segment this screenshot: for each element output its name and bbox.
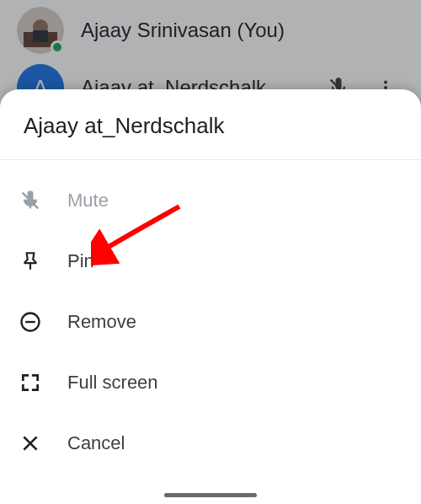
menu-item-label: Full screen: [67, 372, 158, 394]
close-icon: [19, 432, 42, 455]
pin-icon: [19, 249, 42, 273]
menu-item-pin[interactable]: Pin: [0, 231, 421, 292]
menu-item-mute: Mute: [0, 170, 421, 231]
bottom-sheet-handle[interactable]: [164, 493, 257, 497]
sheet-menu: Mute Pin Remove: [0, 160, 421, 474]
menu-item-label: Pin: [67, 250, 94, 272]
remove-icon: [19, 310, 42, 334]
menu-item-label: Cancel: [67, 432, 125, 454]
fullscreen-icon: [19, 371, 42, 394]
mute-icon: [19, 189, 42, 212]
menu-item-cancel[interactable]: Cancel: [0, 413, 421, 474]
sheet-title: Ajaay at_Nerdschalk: [0, 89, 421, 160]
menu-item-remove[interactable]: Remove: [0, 292, 421, 352]
action-sheet: Ajaay at_Nerdschalk Mute Pin: [0, 89, 421, 504]
menu-item-label: Mute: [67, 190, 109, 212]
menu-item-label: Remove: [67, 311, 136, 333]
menu-item-fullscreen[interactable]: Full screen: [0, 352, 421, 413]
